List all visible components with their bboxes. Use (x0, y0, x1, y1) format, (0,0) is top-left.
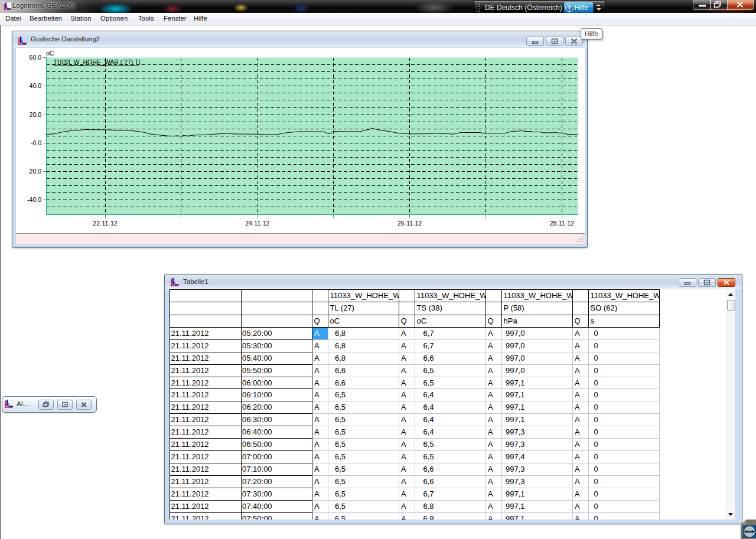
svg-text:26-11-12: 26-11-12 (397, 220, 422, 227)
svg-text:24-11-12: 24-11-12 (245, 220, 269, 227)
svg-text:-0.0: -0.0 (31, 139, 41, 146)
svg-text:60.0: 60.0 (30, 54, 42, 61)
svg-text:22-11-12: 22-11-12 (93, 220, 117, 227)
svg-text:20.0: 20.0 (30, 111, 42, 118)
svg-text:11033_W_HOHE_WAR ( 27) TL: 11033_W_HOHE_WAR ( 27) TL (54, 58, 142, 66)
svg-text:28-11-12: 28-11-12 (550, 220, 574, 227)
svg-text:oC: oC (46, 50, 54, 57)
svg-text:40.0: 40.0 (30, 82, 42, 89)
svg-text:-40.0: -40.0 (27, 196, 41, 203)
svg-text:-20.0: -20.0 (27, 168, 41, 175)
